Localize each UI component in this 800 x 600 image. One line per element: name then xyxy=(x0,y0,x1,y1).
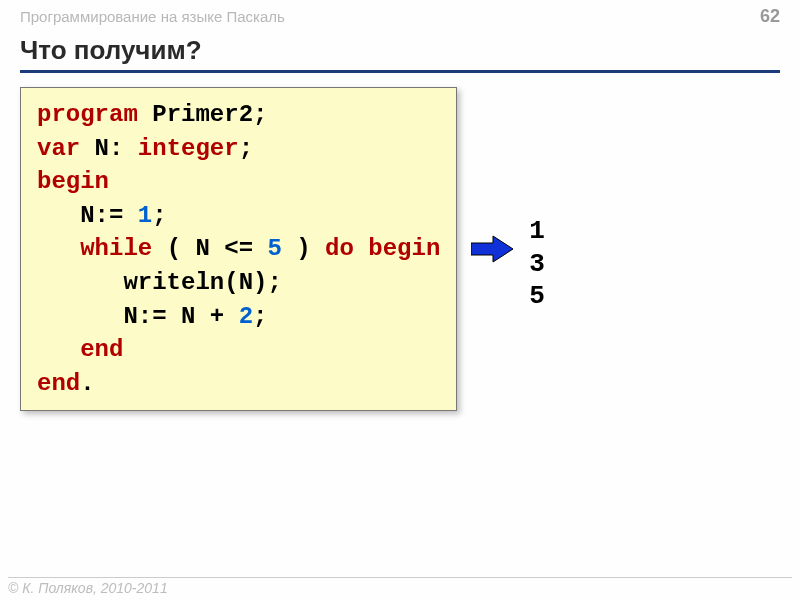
slide-footer: © К. Поляков, 2010-2011 xyxy=(8,577,792,596)
code-text: ; xyxy=(152,202,166,229)
code-block: program Primer2; var N: integer; begin N… xyxy=(20,87,457,411)
svg-marker-0 xyxy=(471,236,513,262)
content-row: program Primer2; var N: integer; begin N… xyxy=(0,87,800,411)
kw-var: var xyxy=(37,135,80,162)
code-text: . xyxy=(80,370,94,397)
arrow-icon xyxy=(471,234,515,264)
kw-while: while xyxy=(80,235,152,262)
page-number: 62 xyxy=(760,6,780,27)
code-text xyxy=(37,336,80,363)
num-literal: 1 xyxy=(138,202,152,229)
slide-header: Программирование на языке Паскаль 62 xyxy=(0,0,800,31)
code-text: N:= N + xyxy=(37,303,239,330)
kw-program: program xyxy=(37,101,138,128)
kw-begin: begin xyxy=(37,168,109,195)
program-output: 1 3 5 xyxy=(529,215,545,313)
kw-end: end xyxy=(80,336,123,363)
kw-begin: begin xyxy=(368,235,440,262)
kw-do: do xyxy=(325,235,354,262)
output-line: 3 xyxy=(529,249,545,279)
code-text: N:= xyxy=(37,202,138,229)
code-text: N: xyxy=(80,135,138,162)
code-text xyxy=(37,235,80,262)
title-area: Что получим? xyxy=(0,31,800,73)
kw-end: end xyxy=(37,370,80,397)
title-underline xyxy=(20,70,780,73)
kw-integer: integer xyxy=(138,135,239,162)
code-text: ) xyxy=(282,235,325,262)
output-line: 5 xyxy=(529,281,545,311)
code-text xyxy=(354,235,368,262)
code-text: Primer2; xyxy=(138,101,268,128)
output-line: 1 xyxy=(529,216,545,246)
num-literal: 5 xyxy=(267,235,281,262)
copyright: © К. Поляков, 2010-2011 xyxy=(8,580,168,596)
num-literal: 2 xyxy=(239,303,253,330)
slide-title: Что получим? xyxy=(20,35,780,68)
course-title: Программирование на языке Паскаль xyxy=(20,8,285,25)
code-text: ; xyxy=(239,135,253,162)
code-text: writeln(N); xyxy=(37,269,282,296)
code-text: ( N <= xyxy=(152,235,267,262)
code-text: ; xyxy=(253,303,267,330)
